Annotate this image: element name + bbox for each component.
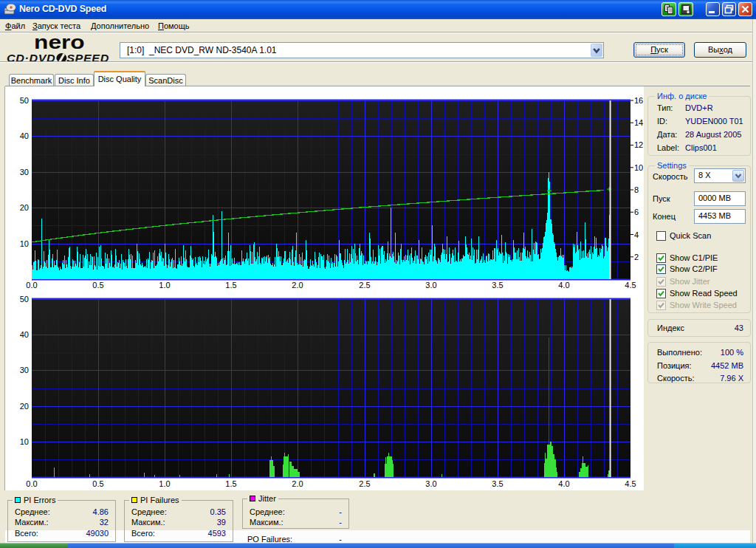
svg-text:20: 20 bbox=[20, 203, 29, 212]
svg-text:4.0: 4.0 bbox=[558, 479, 569, 488]
svg-text:1.5: 1.5 bbox=[225, 281, 236, 290]
svg-text:20: 20 bbox=[20, 402, 29, 411]
svg-text:10: 10 bbox=[20, 239, 29, 248]
svg-text:10: 10 bbox=[634, 163, 643, 172]
svg-text:0.5: 0.5 bbox=[92, 281, 103, 290]
svg-text:1.0: 1.0 bbox=[159, 479, 170, 488]
svg-text:1.0: 1.0 bbox=[159, 281, 170, 290]
svg-text:3.5: 3.5 bbox=[492, 281, 503, 290]
svg-text:2.5: 2.5 bbox=[359, 281, 370, 290]
svg-text:4.5: 4.5 bbox=[625, 479, 636, 488]
svg-text:4.5: 4.5 bbox=[625, 281, 636, 290]
svg-text:3.0: 3.0 bbox=[425, 281, 436, 290]
svg-text:40: 40 bbox=[20, 330, 29, 339]
svg-text:3.5: 3.5 bbox=[492, 479, 503, 488]
svg-text:0.5: 0.5 bbox=[92, 479, 103, 488]
svg-text:14: 14 bbox=[634, 118, 643, 127]
svg-text:4: 4 bbox=[634, 230, 639, 239]
svg-text:2.0: 2.0 bbox=[292, 479, 303, 488]
svg-text:50: 50 bbox=[20, 96, 29, 105]
svg-text:40: 40 bbox=[20, 131, 29, 140]
svg-text:16: 16 bbox=[634, 96, 643, 105]
svg-text:0.0: 0.0 bbox=[26, 479, 37, 488]
svg-text:30: 30 bbox=[20, 366, 29, 374]
svg-text:0.0: 0.0 bbox=[26, 281, 37, 290]
svg-text:2: 2 bbox=[634, 253, 639, 261]
svg-text:2.0: 2.0 bbox=[292, 281, 303, 290]
svg-text:12: 12 bbox=[634, 140, 643, 149]
svg-text:4.0: 4.0 bbox=[558, 281, 569, 290]
svg-text:6: 6 bbox=[634, 208, 639, 216]
svg-text:2.5: 2.5 bbox=[359, 479, 370, 488]
svg-text:30: 30 bbox=[20, 168, 29, 177]
svg-text:3.0: 3.0 bbox=[425, 479, 436, 488]
svg-text:50: 50 bbox=[20, 295, 29, 304]
svg-text:8: 8 bbox=[634, 185, 639, 194]
svg-text:1.5: 1.5 bbox=[225, 479, 236, 488]
svg-text:10: 10 bbox=[20, 437, 29, 446]
